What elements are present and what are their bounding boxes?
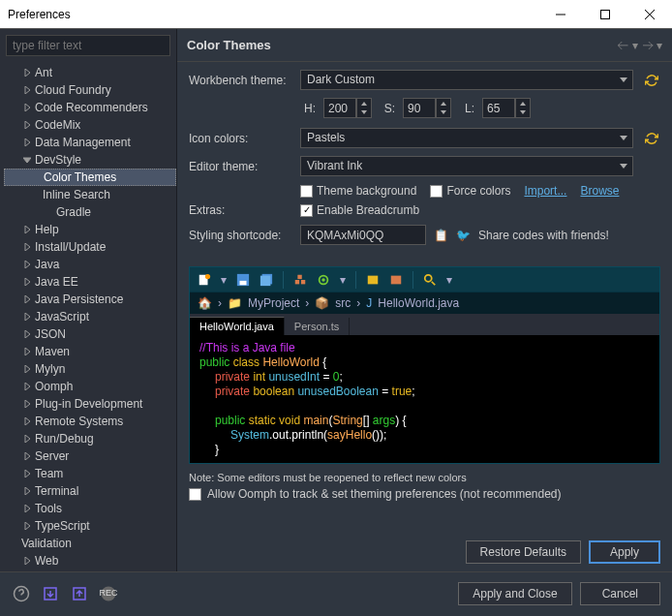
workbench-theme-select[interactable]: Dark Custom bbox=[300, 70, 633, 90]
import-link[interactable]: Import... bbox=[524, 184, 566, 198]
open-task-icon[interactable] bbox=[389, 273, 403, 287]
open-type-icon[interactable] bbox=[366, 273, 380, 287]
tree-item-remote-systems[interactable]: Remote Systems bbox=[4, 413, 176, 430]
tree-item-help[interactable]: Help bbox=[4, 221, 176, 238]
preferences-tree[interactable]: AntCloud FoundryCode RecommendersCodeMix… bbox=[0, 62, 176, 571]
h-up[interactable] bbox=[357, 99, 371, 108]
tree-item-server[interactable]: Server bbox=[4, 447, 176, 465]
h-down[interactable] bbox=[357, 108, 371, 118]
cancel-button[interactable]: Cancel bbox=[580, 582, 660, 605]
chevron-right-icon[interactable] bbox=[21, 84, 33, 96]
chevron-right-icon[interactable] bbox=[21, 433, 33, 445]
bread-project[interactable]: MyProject bbox=[248, 296, 299, 310]
restore-defaults-button[interactable]: Restore Defaults bbox=[466, 540, 581, 564]
icon-colors-select[interactable]: Pastels bbox=[300, 128, 633, 148]
chevron-right-icon[interactable] bbox=[21, 259, 33, 270]
back-icon[interactable]: 🡠 ▾ bbox=[617, 39, 637, 52]
rec-icon[interactable]: REC bbox=[99, 584, 118, 603]
chevron-right-icon[interactable] bbox=[21, 555, 33, 567]
tree-item-run-debug[interactable]: Run/Debug bbox=[4, 430, 176, 447]
chevron-right-icon[interactable] bbox=[21, 67, 33, 78]
tree-item-code-recommenders[interactable]: Code Recommenders bbox=[4, 99, 176, 116]
home-icon[interactable]: 🏠 bbox=[198, 296, 212, 310]
tree-item-gradle[interactable]: Gradle bbox=[4, 203, 176, 221]
minimize-button[interactable] bbox=[538, 0, 583, 29]
shortcode-input[interactable] bbox=[300, 225, 426, 245]
tree-item-validation[interactable]: Validation bbox=[4, 535, 176, 552]
close-button[interactable] bbox=[627, 0, 672, 29]
twitter-icon[interactable]: 🐦 bbox=[456, 229, 471, 242]
tree-item-json[interactable]: JSON bbox=[4, 325, 176, 343]
chevron-right-icon[interactable] bbox=[21, 485, 33, 497]
save-all-icon[interactable] bbox=[260, 273, 273, 287]
tree-item-java-ee[interactable]: Java EE bbox=[4, 273, 176, 291]
chevron-right-icon[interactable] bbox=[21, 416, 33, 427]
s-down[interactable] bbox=[437, 108, 450, 118]
oomph-checkbox[interactable] bbox=[189, 488, 201, 501]
chevron-right-icon[interactable] bbox=[21, 276, 33, 288]
refresh-icon-2[interactable] bbox=[643, 132, 660, 145]
browse-link[interactable]: Browse bbox=[580, 184, 619, 198]
tree-item-cloud-foundry[interactable]: Cloud Foundry bbox=[4, 81, 176, 99]
build-icon[interactable] bbox=[293, 273, 307, 287]
theme-bg-checkbox[interactable] bbox=[300, 185, 313, 198]
debug-icon[interactable] bbox=[317, 273, 330, 287]
chevron-right-icon[interactable] bbox=[21, 346, 33, 357]
s-input[interactable] bbox=[403, 98, 436, 118]
tree-item-web[interactable]: Web bbox=[4, 552, 176, 570]
tree-item-maven[interactable]: Maven bbox=[4, 343, 176, 360]
chevron-right-icon[interactable] bbox=[21, 503, 33, 514]
apply-close-button[interactable]: Apply and Close bbox=[458, 582, 571, 605]
tab-helloworld[interactable]: HelloWorld.java bbox=[190, 317, 285, 335]
tree-item-data-management[interactable]: Data Management bbox=[4, 134, 176, 151]
clipboard-icon[interactable]: 📋 bbox=[434, 229, 448, 242]
tab-person[interactable]: Person.ts bbox=[285, 318, 350, 335]
chevron-right-icon[interactable] bbox=[21, 520, 33, 532]
l-up[interactable] bbox=[516, 99, 530, 108]
chevron-right-icon[interactable] bbox=[21, 137, 33, 148]
new-icon[interactable] bbox=[198, 273, 211, 287]
help-icon[interactable] bbox=[12, 584, 31, 603]
save-icon[interactable] bbox=[236, 273, 250, 287]
chevron-right-icon[interactable] bbox=[21, 224, 33, 235]
bread-src[interactable]: src bbox=[335, 296, 351, 310]
tree-item-team[interactable]: Team bbox=[4, 465, 176, 482]
refresh-icon[interactable] bbox=[643, 74, 660, 87]
tree-item-ant[interactable]: Ant bbox=[4, 64, 176, 81]
tree-item-java[interactable]: Java bbox=[4, 256, 176, 273]
s-up[interactable] bbox=[437, 99, 450, 108]
tree-item-codemix[interactable]: CodeMix bbox=[4, 116, 176, 134]
chevron-right-icon[interactable] bbox=[21, 381, 33, 392]
tree-item-typescript[interactable]: TypeScript bbox=[4, 517, 176, 535]
tree-item-install-update[interactable]: Install/Update bbox=[4, 238, 176, 256]
bread-file[interactable]: HelloWorld.java bbox=[378, 296, 459, 310]
chevron-right-icon[interactable] bbox=[21, 119, 33, 131]
chevron-right-icon[interactable] bbox=[21, 293, 33, 305]
tree-item-terminal[interactable]: Terminal bbox=[4, 482, 176, 500]
chevron-right-icon[interactable] bbox=[21, 241, 33, 253]
forward-icon[interactable]: 🡢 ▾ bbox=[642, 39, 662, 52]
chevron-right-icon[interactable] bbox=[21, 102, 33, 113]
tree-item-inline-search[interactable]: Inline Search bbox=[4, 186, 176, 203]
chevron-right-icon[interactable] bbox=[21, 363, 33, 375]
l-input[interactable] bbox=[482, 98, 515, 118]
apply-button[interactable]: Apply bbox=[589, 540, 660, 564]
tree-item-oomph[interactable]: Oomph bbox=[4, 378, 176, 395]
search-icon[interactable] bbox=[423, 273, 437, 287]
chevron-right-icon[interactable] bbox=[21, 311, 33, 323]
import-prefs-icon[interactable] bbox=[41, 584, 60, 603]
tree-item-devstyle[interactable]: DevStyle bbox=[4, 151, 176, 169]
force-colors-checkbox[interactable] bbox=[430, 185, 443, 198]
chevron-right-icon[interactable] bbox=[21, 398, 33, 410]
l-down[interactable] bbox=[516, 108, 530, 118]
h-input[interactable] bbox=[323, 98, 356, 118]
chevron-down-icon[interactable] bbox=[21, 154, 33, 166]
filter-input[interactable] bbox=[6, 35, 170, 56]
chevron-right-icon[interactable] bbox=[21, 328, 33, 340]
chevron-right-icon[interactable] bbox=[21, 468, 33, 479]
tree-item-tools[interactable]: Tools bbox=[4, 500, 176, 517]
breadcrumb-checkbox[interactable] bbox=[300, 204, 313, 217]
tree-item-java-persistence[interactable]: Java Persistence bbox=[4, 291, 176, 308]
tree-item-mylyn[interactable]: Mylyn bbox=[4, 360, 176, 378]
tree-item-javascript[interactable]: JavaScript bbox=[4, 308, 176, 325]
